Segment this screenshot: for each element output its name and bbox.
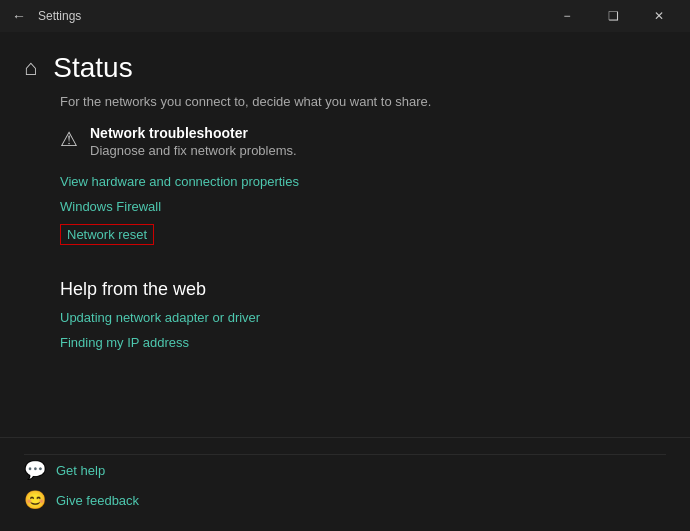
title-bar: ← Settings − ❑ ✕ bbox=[0, 0, 690, 32]
main-content: ⌂ Status For the networks you connect to… bbox=[0, 32, 690, 531]
give-feedback-item[interactable]: 😊 Give feedback bbox=[24, 489, 666, 511]
get-help-icon: 💬 bbox=[24, 459, 46, 481]
maximize-button[interactable]: ❑ bbox=[590, 0, 636, 32]
get-help-item[interactable]: 💬 Get help bbox=[24, 459, 666, 481]
scrollable-content: For the networks you connect to, decide … bbox=[0, 94, 690, 437]
hardware-properties-link[interactable]: View hardware and connection properties bbox=[60, 174, 666, 189]
home-icon: ⌂ bbox=[24, 55, 37, 81]
minimize-button[interactable]: − bbox=[544, 0, 590, 32]
give-feedback-icon: 😊 bbox=[24, 489, 46, 511]
title-bar-controls: − ❑ ✕ bbox=[544, 0, 682, 32]
close-button[interactable]: ✕ bbox=[636, 0, 682, 32]
title-bar-title: Settings bbox=[38, 9, 81, 23]
give-feedback-link[interactable]: Give feedback bbox=[56, 493, 139, 508]
troubleshooter-description: Diagnose and fix network problems. bbox=[90, 143, 297, 158]
network-reset-link[interactable]: Network reset bbox=[60, 224, 154, 245]
back-button[interactable]: ← bbox=[8, 4, 30, 28]
warning-icon: ⚠ bbox=[60, 127, 78, 151]
footer: 💬 Get help 😊 Give feedback bbox=[0, 437, 690, 531]
page-title: Status bbox=[53, 52, 132, 84]
get-help-link[interactable]: Get help bbox=[56, 463, 105, 478]
subtitle-text: For the networks you connect to, decide … bbox=[60, 94, 666, 109]
finding-ip-link[interactable]: Finding my IP address bbox=[60, 335, 666, 350]
page-header: ⌂ Status bbox=[0, 32, 690, 94]
footer-divider bbox=[24, 454, 666, 455]
windows-firewall-link[interactable]: Windows Firewall bbox=[60, 199, 666, 214]
title-bar-left: ← Settings bbox=[8, 4, 81, 28]
troubleshooter-title: Network troubleshooter bbox=[90, 125, 297, 141]
troubleshooter-text: Network troubleshooter Diagnose and fix … bbox=[90, 125, 297, 158]
network-troubleshooter-section: ⚠ Network troubleshooter Diagnose and fi… bbox=[60, 125, 666, 158]
updating-adapter-link[interactable]: Updating network adapter or driver bbox=[60, 310, 666, 325]
help-section-title: Help from the web bbox=[60, 279, 666, 300]
